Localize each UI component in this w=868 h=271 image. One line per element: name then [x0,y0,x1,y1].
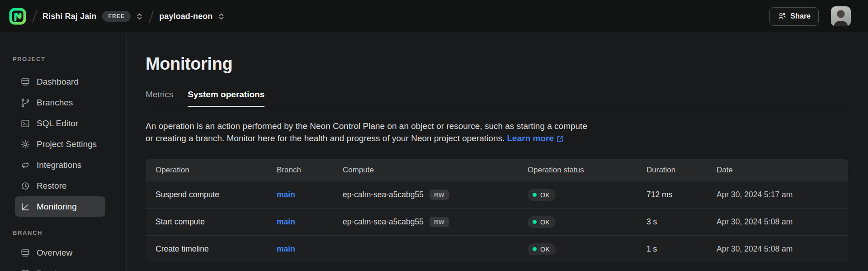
header-cell-branch: Branch [277,166,343,175]
sidebar-item-label: Integrations [37,160,81,170]
header-cell-compute: Compute [343,166,528,175]
header-cell-date: Date [717,166,838,175]
neon-logo-icon[interactable] [8,7,27,26]
share-users-icon [778,12,787,21]
learn-more-link[interactable]: Learn more [507,132,564,144]
compute-name: ep-calm-sea-a5cabg55 [343,190,424,200]
sidebar-item-restore[interactable]: Restore [15,176,105,196]
header-cell-duration: Duration [646,166,717,175]
header-cell-operation: Operation [156,166,277,175]
sidebar-item-label: Databases [37,269,78,271]
sidebar-item-branches[interactable]: Branches [15,92,105,113]
external-link-icon [556,135,564,143]
sidebar-item-project-settings[interactable]: Project Settings [15,134,105,154]
sidebar-item-dashboard[interactable]: Dashboard [15,71,105,92]
gear-icon [20,139,30,149]
org-name: Rishi Raj Jain [42,12,96,21]
page-title: Monitoring [146,55,868,72]
avatar[interactable] [831,6,851,26]
cell-operation: Start compute [156,217,277,227]
sidebar-item-databases[interactable]: Databases [15,263,105,271]
sidebar-item-label: Dashboard [37,77,79,87]
status-label: OK [540,191,550,199]
rw-badge: RW [429,217,449,227]
branch-link[interactable]: main [277,190,295,199]
chart-line-icon [20,202,30,212]
breadcrumb-separator [149,10,154,23]
window-icon [20,77,30,87]
compute-name: ep-calm-sea-a5cabg55 [343,217,424,227]
section-label-project: PROJECT [13,56,126,62]
history-clock-icon [20,181,30,191]
sidebar-item-label: Monitoring [37,202,77,212]
terminal-icon [20,119,30,128]
branch-link[interactable]: main [277,244,295,253]
section-label-branch: BRANCH [13,229,126,236]
tab-metrics[interactable]: Metrics [146,90,173,107]
status-badge: OK [528,216,556,228]
header-cell-operation-status: Operation status [528,166,646,175]
status-ok-dot-icon [533,193,537,197]
sidebar-item-integrations[interactable]: Integrations [15,155,105,175]
sidebar: PROJECT Dashboard Branches [0,33,127,271]
git-branch-icon [20,98,30,108]
sidebar-item-label: Project Settings [37,139,97,149]
status-label: OK [540,246,550,253]
cell-date: Apr 30, 2024 5:08 am [717,217,838,227]
table-row: Create timeline main OK 1 s Apr 30, 2024… [146,235,848,262]
sidebar-item-label: Branches [37,98,73,108]
cell-operation: Suspend compute [156,190,277,200]
description-line1: An operation is an action performed by t… [146,121,587,131]
window-icon [20,248,30,258]
status-ok-dot-icon [533,220,537,224]
learn-more-label: Learn more [507,132,554,144]
share-button[interactable]: Share [769,7,819,26]
cell-duration: 712 ms [646,190,717,200]
table-header: Operation Branch Compute Operation statu… [146,159,848,181]
status-badge: OK [528,243,556,255]
project-breadcrumb[interactable]: payload-neon [159,12,226,21]
table-row: Suspend compute main ep-calm-sea-a5cabg5… [146,181,848,208]
chevron-up-down-icon[interactable] [135,12,144,21]
breadcrumb-separator [32,10,38,23]
status-ok-dot-icon [533,247,537,251]
tabs-bar: Metrics System operations [146,90,848,107]
sidebar-item-label: SQL Editor [37,119,78,128]
status-badge: OK [528,189,556,201]
operations-description: An operation is an action performed by t… [146,120,868,144]
cell-duration: 3 s [646,217,717,227]
org-breadcrumb[interactable]: Rishi Raj Jain FREE [42,11,144,22]
chevron-up-down-icon[interactable] [217,12,226,21]
database-icon [20,269,30,271]
cell-duration: 1 s [646,244,717,254]
plan-badge: FREE [102,11,131,22]
table-row: Start compute main ep-calm-sea-a5cabg55 … [146,208,848,235]
flow-arrows-icon [20,160,30,170]
project-name: payload-neon [159,12,212,21]
rw-badge: RW [429,190,449,200]
branch-link[interactable]: main [277,217,295,226]
tab-system-operations[interactable]: System operations [188,90,264,107]
sidebar-item-overview[interactable]: Overview [15,242,105,263]
topbar: Rishi Raj Jain FREE payload-neon Share [0,0,868,33]
cell-date: Apr 30, 2024 5:17 am [717,190,838,200]
main-content: Monitoring Metrics System operations An … [127,33,868,271]
cell-operation: Create timeline [156,244,277,254]
operations-table: Operation Branch Compute Operation statu… [146,159,848,262]
sidebar-item-label: Overview [37,248,72,258]
sidebar-item-monitoring[interactable]: Monitoring [15,196,105,217]
sidebar-item-label: Restore [37,181,67,191]
status-label: OK [540,219,550,226]
sidebar-item-sql-editor[interactable]: SQL Editor [15,113,105,133]
cell-date: Apr 30, 2024 5:08 am [717,244,838,254]
description-line2: or creating a branch. Monitor here for t… [146,133,505,143]
share-label: Share [791,12,811,20]
